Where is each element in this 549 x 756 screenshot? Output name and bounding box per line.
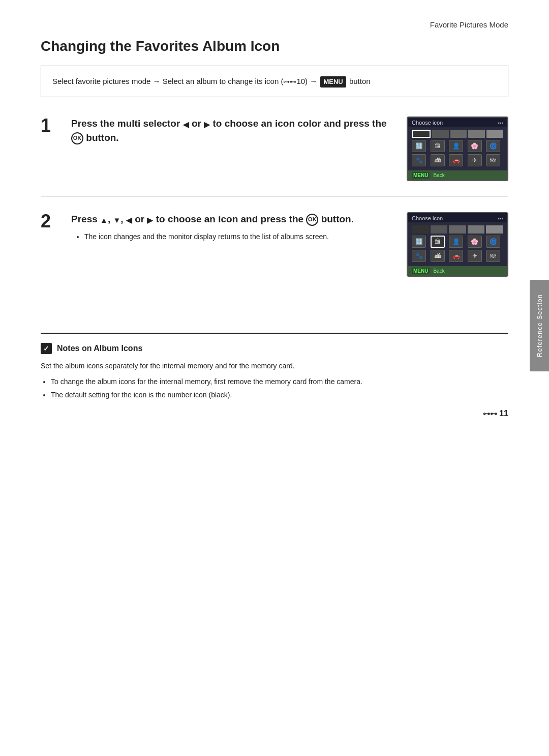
step-1-image: Choose icon ▪▪▪ bbox=[407, 117, 508, 181]
notes-title: Notes on Album Icons bbox=[57, 344, 142, 353]
icon-07: 🏙 bbox=[431, 154, 445, 166]
cam-body-1: 🔢 🏛 👤 🌸 🌀 🐾 🏙 🚗 ✈ 🍽 bbox=[408, 127, 507, 170]
cam-back-label-1: Back bbox=[433, 172, 444, 178]
color-lightest bbox=[486, 130, 503, 138]
color-med-2 bbox=[449, 225, 466, 234]
cam-footer-2: MENU Back bbox=[408, 266, 507, 276]
arrow-right-1: ▶ bbox=[204, 119, 210, 130]
step-2-content: Press ▲, ▼, ◀ or ▶ to choose an icon and… bbox=[71, 212, 391, 242]
color-light bbox=[468, 130, 485, 138]
header-section: Favorite Pictures Mode bbox=[41, 20, 508, 29]
icon2-08: 🚗 bbox=[449, 250, 463, 262]
steps-area: 1 Press the multi selector ◀ or ▶ to cho… bbox=[41, 117, 508, 307]
notes-bullet-2: The default setting for the icon is the … bbox=[51, 389, 508, 400]
header-text: Favorite Pictures Mode bbox=[430, 20, 508, 29]
icon2-07: 🏙 bbox=[431, 250, 445, 262]
step-2-sub: The icon changes and the monitor display… bbox=[71, 231, 391, 242]
step-1-text: Press the multi selector ◀ or ▶ to choos… bbox=[71, 117, 391, 144]
icon-grid-2-row1: 🔢 🏛 👤 🌸 🌀 bbox=[412, 236, 503, 248]
icon2-03: 👤 bbox=[449, 236, 463, 248]
color-strip-1 bbox=[412, 130, 503, 138]
notes-section: ✓ Notes on Album Icons Set the album ico… bbox=[41, 333, 508, 400]
color-med bbox=[450, 130, 467, 138]
icon2-10: 🍽 bbox=[486, 250, 500, 262]
color-black bbox=[412, 130, 431, 138]
step-2-image: Choose icon ▪▪▪ bbox=[407, 212, 508, 277]
icon-08: 🚗 bbox=[449, 154, 463, 166]
icon-09: ✈ bbox=[468, 154, 482, 166]
icon-02: 🏛 bbox=[431, 140, 445, 152]
icon-06: 🐾 bbox=[412, 154, 426, 166]
page-title: Changing the Favorites Album Icon bbox=[41, 38, 508, 54]
arrow-left-1: ◀ bbox=[183, 119, 189, 130]
menu-label: MENU bbox=[320, 76, 346, 88]
ok-button-2: OK bbox=[306, 214, 318, 226]
notes-intro: Set the album icons separately for the i… bbox=[41, 360, 508, 371]
notes-bullet-1: To change the album icons for the intern… bbox=[51, 376, 508, 387]
icon2-05: 🌀 bbox=[486, 236, 500, 248]
icon-10: 🍽 bbox=[486, 154, 500, 166]
step-2-number: 2 bbox=[41, 212, 60, 230]
side-tab: Reference Section bbox=[530, 280, 549, 371]
icon-04: 🌸 bbox=[468, 140, 482, 152]
icon-grid-2-row2: 🐾 🏙 🚗 ✈ 🍽 bbox=[412, 250, 503, 262]
color-light-2 bbox=[468, 225, 485, 234]
icon2-09: ✈ bbox=[468, 250, 482, 262]
cam-back-label-2: Back bbox=[433, 268, 444, 274]
notes-check-icon: ✓ bbox=[41, 343, 52, 354]
icon-grid-1-row2: 🐾 🏙 🚗 ✈ 🍽 bbox=[412, 154, 503, 166]
color-strip-2 bbox=[412, 225, 503, 234]
footer-number: 11 bbox=[499, 409, 508, 418]
cam-footer-1: MENU Back bbox=[408, 170, 507, 180]
arrow-up-2: ▲ bbox=[100, 215, 108, 226]
footer-symbol: ⊶⊷ bbox=[483, 410, 497, 418]
step-2-bullet-1: The icon changes and the monitor display… bbox=[84, 231, 391, 242]
icon-05: 🌀 bbox=[486, 140, 500, 152]
color-dark-2 bbox=[431, 225, 448, 234]
intro-box: Select favorite pictures mode → Select a… bbox=[41, 66, 508, 97]
step-1-content: Press the multi selector ◀ or ▶ to choos… bbox=[71, 117, 391, 150]
cam-battery-2: ▪▪▪ bbox=[498, 216, 503, 221]
cam-menu-label-2: MENU bbox=[412, 268, 430, 274]
side-tab-text: Reference Section bbox=[536, 294, 543, 357]
notes-list: To change the album icons for the intern… bbox=[41, 376, 508, 401]
camera-screen-2: Choose icon ▪▪▪ bbox=[407, 212, 508, 277]
cam-title-1: Choose icon bbox=[412, 120, 443, 126]
icon2-02: 🏛 bbox=[431, 236, 445, 248]
notes-header: ✓ Notes on Album Icons bbox=[41, 343, 508, 354]
icon2-01: 🔢 bbox=[412, 236, 426, 248]
cam-title-2: Choose icon bbox=[412, 215, 443, 221]
cam-menu-label-1: MENU bbox=[412, 172, 430, 179]
ok-button-1: OK bbox=[71, 132, 83, 144]
icon-03: 👤 bbox=[449, 140, 463, 152]
icon2-04: 🌸 bbox=[468, 236, 482, 248]
cam-battery-1: ▪▪▪ bbox=[498, 120, 503, 126]
icon-01: 🔢 bbox=[412, 140, 426, 152]
step-2: 2 Press ▲, ▼, ◀ or ▶ to choose an icon a… bbox=[41, 212, 508, 292]
step-1: 1 Press the multi selector ◀ or ▶ to cho… bbox=[41, 117, 508, 197]
arrow-down-2: ▼ bbox=[113, 215, 120, 226]
color-black-2 bbox=[412, 225, 429, 234]
cam-header-1: Choose icon ▪▪▪ bbox=[408, 118, 507, 127]
cam-header-2: Choose icon ▪▪▪ bbox=[408, 213, 507, 222]
color-dark bbox=[432, 130, 449, 138]
page: Favorite Pictures Mode Changing the Favo… bbox=[0, 0, 549, 433]
cam-body-2: 🔢 🏛 👤 🌸 🌀 🐾 🏙 🚗 ✈ 🍽 bbox=[408, 222, 507, 266]
arrow-left-2: ◀ bbox=[126, 215, 132, 226]
icon-grid-1-row1: 🔢 🏛 👤 🌸 🌀 bbox=[412, 140, 503, 152]
icon2-06: 🐾 bbox=[412, 250, 426, 262]
arrow-right-2: ▶ bbox=[147, 215, 153, 226]
step-1-number: 1 bbox=[41, 117, 60, 135]
color-lightest-2 bbox=[486, 225, 503, 234]
step-2-text: Press ▲, ▼, ◀ or ▶ to choose an icon and… bbox=[71, 212, 391, 226]
page-footer: ⊶⊷ 11 bbox=[483, 409, 508, 418]
intro-text: Select favorite pictures mode → Select a… bbox=[52, 77, 371, 85]
camera-screen-1: Choose icon ▪▪▪ bbox=[407, 117, 508, 181]
